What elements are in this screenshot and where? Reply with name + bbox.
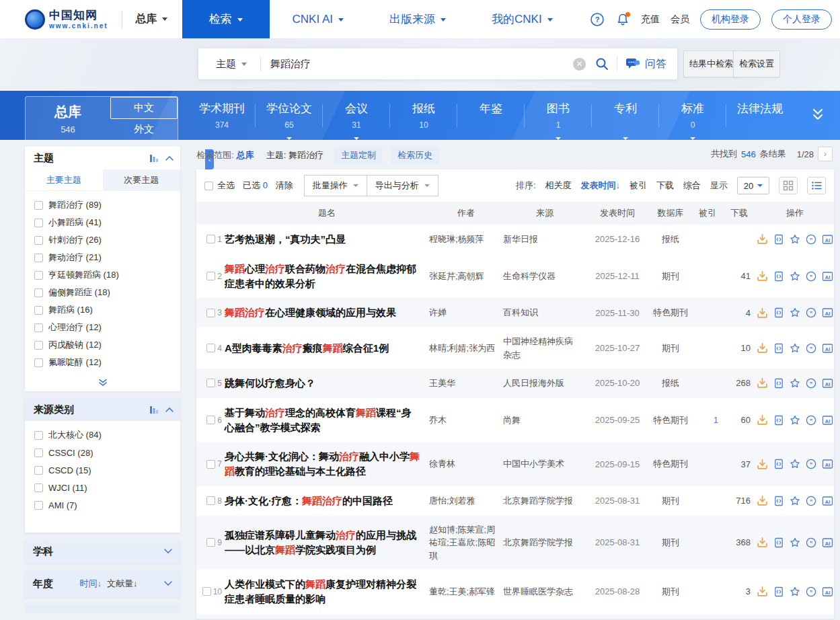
filter-checkbox[interactable] xyxy=(34,201,43,210)
filter-option[interactable]: 亨廷顿舞蹈病 (18) xyxy=(34,266,180,284)
more-databases-icon[interactable] xyxy=(809,107,827,126)
filter-option[interactable]: CSSCI (28) xyxy=(34,444,180,461)
filter-checkbox[interactable] xyxy=(34,219,43,227)
year-sort-time[interactable]: 时间↓ xyxy=(80,578,102,590)
bar-chart-icon[interactable] xyxy=(149,154,159,163)
favorite-icon[interactable] xyxy=(790,343,800,354)
download-icon[interactable] xyxy=(757,307,768,319)
download-icon[interactable] xyxy=(757,233,768,245)
library-selector[interactable]: 总库 xyxy=(136,12,167,26)
filter-option[interactable]: 舞动治疗 (21) xyxy=(34,249,180,266)
filter-checkbox[interactable] xyxy=(34,323,43,332)
sort-option[interactable]: 被引 xyxy=(629,180,647,192)
quote-icon[interactable]: ” xyxy=(806,271,816,282)
download-icon[interactable] xyxy=(757,377,768,389)
sort-option[interactable]: 相关度 xyxy=(545,180,572,192)
html-read-icon[interactable] xyxy=(773,234,784,245)
quote-icon[interactable]: ” xyxy=(806,459,816,469)
subject-custom-button[interactable]: 主题定制 xyxy=(334,147,383,164)
result-title-link[interactable]: 跳舞何以疗愈身心？ xyxy=(225,376,429,391)
result-title-link[interactable]: 人类作业模式下的舞蹈康复护理对精神分裂症患者睡眠质量的影响 xyxy=(225,577,429,607)
row-checkbox[interactable] xyxy=(206,416,215,424)
favorite-icon[interactable] xyxy=(790,271,800,282)
ai-icon[interactable]: AI xyxy=(822,496,833,506)
result-authors[interactable]: 许婵 xyxy=(429,306,503,319)
row-checkbox[interactable] xyxy=(206,460,215,469)
member-link[interactable]: 会员 xyxy=(671,13,689,26)
filter-checkbox[interactable] xyxy=(34,466,43,475)
ai-icon[interactable]: AI xyxy=(822,459,833,469)
filter-option[interactable]: 丙戊酸钠 (12) xyxy=(34,336,180,354)
html-read-icon[interactable] xyxy=(773,343,784,354)
tab-secondary-subject[interactable]: 次要主题 xyxy=(103,169,181,190)
result-authors[interactable]: 林晴;利婧;张为西 xyxy=(429,342,503,355)
filter-checkbox[interactable] xyxy=(34,254,43,262)
favorite-icon[interactable] xyxy=(790,586,800,597)
search-field-selector[interactable]: 主题 xyxy=(198,58,260,71)
help-icon[interactable]: ? xyxy=(590,12,605,27)
select-all-label[interactable]: 全选 xyxy=(217,180,235,192)
result-source[interactable]: 北京舞蹈学院学报 xyxy=(503,536,586,549)
html-read-icon[interactable] xyxy=(773,586,784,597)
search-input[interactable] xyxy=(261,59,573,70)
download-icon[interactable] xyxy=(757,537,768,548)
filter-option[interactable]: 心理治疗 (12) xyxy=(34,319,180,336)
quote-icon[interactable]: ” xyxy=(806,415,816,426)
favorite-icon[interactable] xyxy=(790,459,800,469)
result-title-link[interactable]: A型肉毒毒素治疗瘢痕舞蹈综合征1例 xyxy=(225,341,429,356)
result-title-link[interactable]: 身体·文化·疗愈：舞蹈治疗的中国路径 xyxy=(225,494,429,508)
favorite-icon[interactable] xyxy=(790,234,800,245)
filter-checkbox[interactable] xyxy=(34,483,43,492)
favorite-icon[interactable] xyxy=(790,307,800,318)
quote-icon[interactable]: ” xyxy=(806,496,816,506)
tab-main-subject[interactable]: 主要主题 xyxy=(25,169,103,190)
nav-item-my-cnki[interactable]: 我的CNKI xyxy=(469,0,576,38)
row-checkbox[interactable] xyxy=(206,538,215,547)
html-read-icon[interactable] xyxy=(773,378,784,389)
download-icon[interactable] xyxy=(757,586,768,597)
result-source[interactable]: 百科知识 xyxy=(503,306,586,319)
clear-search-icon[interactable]: ✕ xyxy=(573,58,586,71)
db-tab[interactable]: 法律法规 xyxy=(726,91,794,140)
row-checkbox[interactable] xyxy=(202,587,211,596)
ai-icon[interactable]: AI xyxy=(822,271,833,282)
filter-checkbox[interactable] xyxy=(34,271,43,280)
db-tab[interactable]: 年鉴 xyxy=(457,91,525,140)
search-icon[interactable] xyxy=(594,56,610,72)
next-page-button[interactable]: › xyxy=(818,147,833,161)
ai-icon[interactable]: AI xyxy=(822,378,833,389)
result-source[interactable]: 人民日报海外版 xyxy=(503,377,586,390)
scope-total-link[interactable]: 总库 xyxy=(237,149,254,161)
html-read-icon[interactable] xyxy=(773,271,784,282)
ai-icon[interactable]: AI xyxy=(822,234,833,245)
download-icon[interactable] xyxy=(757,342,768,354)
db-tab[interactable]: 报纸10 xyxy=(390,91,457,140)
year-filter-bar[interactable]: 年度 时间↓ 文献量↓ xyxy=(25,570,180,597)
nav-item-publications[interactable]: 出版来源 xyxy=(367,0,469,38)
result-title-link[interactable]: 孤独症谱系障碍儿童舞动治疗的应用与挑战——以北京舞蹈学院实践项目为例 xyxy=(225,528,429,557)
filter-option[interactable]: 针刺治疗 (26) xyxy=(34,231,180,249)
year-sort-amount[interactable]: 文献量↓ xyxy=(107,578,138,590)
html-read-icon[interactable] xyxy=(773,307,784,318)
quote-icon[interactable]: ” xyxy=(806,586,816,597)
cnki-logo[interactable]: 中国知网 www.cnki.net xyxy=(25,9,108,30)
filter-checkbox[interactable] xyxy=(34,449,43,457)
discipline-filter-bar[interactable]: 学科 xyxy=(25,539,180,564)
db-tab[interactable]: 会议31 xyxy=(323,91,390,140)
ai-icon[interactable]: AI xyxy=(822,343,833,354)
download-icon[interactable] xyxy=(757,270,768,282)
db-tab[interactable]: 图书1 xyxy=(525,91,592,140)
row-checkbox[interactable] xyxy=(206,272,215,280)
result-title-link[interactable]: 舞蹈心理治疗联合药物治疗在混合焦虑抑郁症患者中的效果分析 xyxy=(225,262,429,291)
db-tab[interactable]: 学位论文65 xyxy=(256,91,323,140)
db-tab[interactable]: 学术期刊374 xyxy=(188,91,256,140)
row-checkbox[interactable] xyxy=(206,379,215,387)
filter-checkbox[interactable] xyxy=(34,236,43,245)
result-authors[interactable]: 赵知博;陈莱宣;周祐瑄;王嘉欣;陈昭琪 xyxy=(429,523,503,563)
filter-checkbox[interactable] xyxy=(34,341,43,350)
page-size-select[interactable]: 20 xyxy=(737,177,769,194)
list-view-button[interactable] xyxy=(807,177,826,194)
row-checkbox[interactable] xyxy=(206,344,215,352)
quote-icon[interactable]: ” xyxy=(806,378,816,389)
lang-chinese-tab[interactable]: 中文 xyxy=(110,97,178,119)
